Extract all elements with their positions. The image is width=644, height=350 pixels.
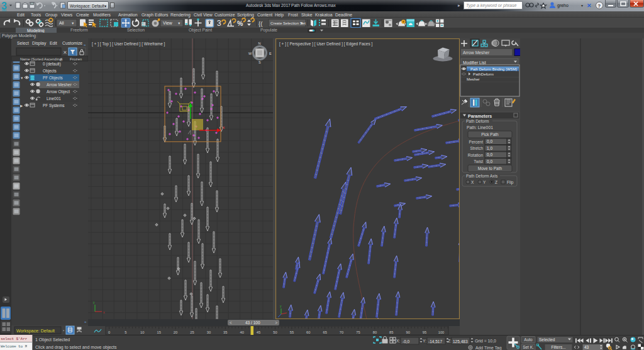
svg-text:Path Deform: Path Deform bbox=[466, 119, 489, 123]
svg-text:Path Deform Axis: Path Deform Axis bbox=[466, 174, 498, 178]
svg-text:W: W bbox=[248, 52, 252, 55]
svg-text:15: 15 bbox=[157, 330, 160, 334]
svg-text:[ + ] [ Perspective ] [ User D: [ + ] [ Perspective ] [ User Defined ] [… bbox=[279, 42, 372, 47]
svg-text:Y:: Y: bbox=[423, 339, 426, 343]
svg-text:✕: ✕ bbox=[587, 3, 592, 9]
svg-text:[ + ] [ Top ] [ User Defined ]: [ + ] [ Top ] [ User Defined ] [ Wirefra… bbox=[92, 42, 165, 47]
svg-text:100: 100 bbox=[438, 330, 445, 334]
svg-text:▼: ▼ bbox=[20, 76, 23, 80]
svg-text:▼: ▼ bbox=[300, 21, 303, 25]
svg-text:Z: Z bbox=[495, 180, 497, 184]
svg-text:All: All bbox=[59, 21, 64, 25]
svg-text:Percent: Percent bbox=[469, 140, 484, 144]
svg-text:Select: Select bbox=[17, 41, 29, 45]
svg-text:▾: ▾ bbox=[581, 4, 583, 8]
svg-text:▪: ▪ bbox=[63, 329, 64, 332]
svg-text:Stretch: Stretch bbox=[470, 146, 483, 150]
svg-text:35: 35 bbox=[223, 330, 227, 334]
svg-text:S: S bbox=[258, 60, 261, 64]
svg-text:Frozen: Frozen bbox=[70, 57, 82, 61]
svg-text:10: 10 bbox=[140, 330, 144, 334]
svg-text:Customize: Customize bbox=[62, 41, 82, 45]
svg-text:-14,517: -14,517 bbox=[428, 339, 442, 344]
svg-text:55: 55 bbox=[290, 330, 294, 334]
svg-text:PathDeform: PathDeform bbox=[473, 72, 494, 76]
svg-text:%: % bbox=[237, 20, 243, 27]
svg-text:✕: ✕ bbox=[63, 50, 67, 55]
svg-text:PF Systems: PF Systems bbox=[43, 103, 64, 108]
svg-text:{(: {( bbox=[258, 20, 263, 27]
svg-text:greho: greho bbox=[557, 3, 569, 8]
svg-text:Z:: Z: bbox=[448, 339, 452, 343]
svg-text:Line001: Line001 bbox=[47, 96, 61, 101]
svg-text:N: N bbox=[258, 42, 261, 45]
svg-text:Selected: Selected bbox=[539, 337, 555, 342]
svg-text:Move to Path: Move to Path bbox=[478, 166, 502, 171]
svg-text:Arrow Object: Arrow Object bbox=[47, 89, 70, 94]
svg-text:1,0: 1,0 bbox=[487, 146, 492, 150]
svg-text:Parameters: Parameters bbox=[468, 114, 492, 118]
svg-text:Rotation: Rotation bbox=[468, 153, 484, 157]
svg-text:0: 0 bbox=[108, 330, 110, 334]
svg-text:5: 5 bbox=[125, 330, 126, 334]
svg-text:Workspace: Default: Workspace: Default bbox=[16, 329, 55, 334]
svg-text:Path Deform Binding (WSM): Path Deform Binding (WSM) bbox=[470, 67, 517, 71]
svg-text:3: 3 bbox=[217, 19, 221, 28]
svg-text:125,483: 125,483 bbox=[453, 339, 468, 344]
svg-text:75: 75 bbox=[356, 330, 360, 334]
svg-text:E: E bbox=[269, 52, 272, 55]
svg-text:Display: Display bbox=[32, 41, 47, 46]
svg-text:90: 90 bbox=[406, 330, 409, 334]
svg-text:Filters...: Filters... bbox=[551, 345, 565, 349]
svg-text:50: 50 bbox=[273, 330, 277, 334]
svg-text:20: 20 bbox=[174, 330, 177, 334]
svg-text:Mesher: Mesher bbox=[467, 77, 480, 81]
svg-text:0,0: 0,0 bbox=[487, 139, 492, 144]
svg-text:80: 80 bbox=[373, 330, 377, 334]
svg-text:View: View bbox=[163, 21, 172, 25]
svg-text:-0,0: -0,0 bbox=[402, 339, 410, 344]
svg-text:30: 30 bbox=[207, 330, 211, 334]
svg-text:Path: Line001: Path: Line001 bbox=[467, 125, 493, 130]
svg-text:65: 65 bbox=[323, 330, 326, 334]
svg-text:70: 70 bbox=[340, 330, 343, 334]
svg-text:45: 45 bbox=[257, 330, 260, 334]
svg-text:▼: ▼ bbox=[71, 21, 74, 25]
svg-text:95: 95 bbox=[423, 330, 426, 334]
svg-text:Objects: Objects bbox=[43, 69, 57, 74]
svg-text:Arrow Mesher: Arrow Mesher bbox=[47, 82, 72, 87]
svg-text:Flip: Flip bbox=[507, 180, 514, 185]
svg-text:X:: X: bbox=[396, 339, 401, 343]
svg-text:Edit: Edit bbox=[50, 41, 57, 45]
svg-text:Modifier List: Modifier List bbox=[463, 60, 486, 65]
svg-text:0 (default): 0 (default) bbox=[43, 62, 61, 67]
svg-text:25: 25 bbox=[190, 330, 194, 334]
svg-text:0,0: 0,0 bbox=[487, 152, 492, 157]
svg-text:X: X bbox=[471, 180, 474, 184]
svg-text:0,0: 0,0 bbox=[487, 159, 492, 164]
svg-text:Arrow Mesher: Arrow Mesher bbox=[463, 50, 490, 55]
svg-text:MAX: MAX bbox=[2, 9, 7, 11]
svg-text:?: ? bbox=[597, 3, 601, 9]
svg-text:Name (Sorted Ascending): Name (Sorted Ascending) bbox=[20, 57, 62, 61]
svg-text:Y: Y bbox=[483, 180, 486, 184]
svg-text:Set K.: Set K. bbox=[523, 345, 534, 349]
svg-text:▼: ▼ bbox=[177, 21, 180, 25]
svg-text:Pick Path: Pick Path bbox=[481, 132, 499, 137]
svg-text:40: 40 bbox=[240, 330, 243, 334]
svg-text:Add Time Tag: Add Time Tag bbox=[475, 346, 502, 350]
svg-text:Grid = 10,0: Grid = 10,0 bbox=[475, 339, 496, 343]
svg-text:Auto: Auto bbox=[524, 337, 533, 342]
svg-text:Twist: Twist bbox=[474, 159, 483, 164]
svg-text:60: 60 bbox=[306, 330, 310, 334]
svg-text:85: 85 bbox=[389, 330, 393, 334]
svg-text:PF Objects: PF Objects bbox=[43, 76, 63, 81]
svg-text:43: 43 bbox=[584, 345, 589, 349]
